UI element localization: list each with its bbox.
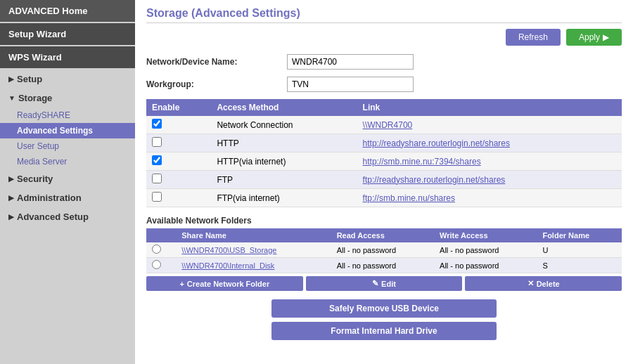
access-link-cell: \\WNDR4700 xyxy=(357,116,622,134)
access-method-cell: FTP xyxy=(211,171,357,189)
folder-name-cell: \\WNDR4700\USB_Storage xyxy=(176,242,331,258)
folder-name-link[interactable]: \\WNDR4700\USB_Storage xyxy=(181,246,276,254)
sidebar-item-user-setup[interactable]: User Setup xyxy=(0,138,135,154)
access-method-cell: HTTP xyxy=(211,134,357,152)
edit-pencil-icon: ✎ xyxy=(372,279,378,288)
workgroup-input[interactable] xyxy=(287,77,414,92)
folder-col-name: Share Name xyxy=(176,228,331,242)
sidebar-item-media-server[interactable]: Media Server xyxy=(0,154,135,169)
col-enable: Enable xyxy=(146,99,211,116)
create-folder-label: Create Network Folder xyxy=(187,280,269,288)
access-link-cell: ftp://smb.mine.nu/shares xyxy=(357,189,622,207)
access-link-cell: ftp://readyshare.routerlogin.net/shares xyxy=(357,171,622,189)
sidebar-item-readyshare[interactable]: ReadySHARE xyxy=(0,108,135,123)
admin-section-label: Administration xyxy=(17,193,82,203)
folder-col-read: Read Access xyxy=(331,228,434,242)
delete-x-icon: ✕ xyxy=(528,279,534,288)
create-folder-button[interactable]: + Create Network Folder xyxy=(146,276,303,291)
storage-section-label: Storage xyxy=(18,93,52,103)
col-link: Link xyxy=(357,99,622,116)
sidebar: ADVANCED Home Setup Wizard WPS Wizard ▶ … xyxy=(0,0,135,364)
access-link[interactable]: http://readyshare.routerlogin.net/shares xyxy=(363,138,510,148)
page-title: Storage (Advanced Settings) xyxy=(146,7,622,23)
sidebar-item-setup-wizard[interactable]: Setup Wizard xyxy=(0,23,135,45)
access-table-row: Network Connection\\WNDR4700 xyxy=(146,116,622,134)
access-enable-checkbox[interactable] xyxy=(152,137,162,147)
create-plus-icon: + xyxy=(179,280,184,288)
apply-button[interactable]: Apply ▶ xyxy=(566,29,622,46)
advanced-setup-arrow-icon: ▶ xyxy=(8,213,14,221)
folder-radio[interactable] xyxy=(152,260,161,269)
col-access-method: Access Method xyxy=(211,99,357,116)
access-table-row: FTP(via internet)ftp://smb.mine.nu/share… xyxy=(146,189,622,207)
access-link[interactable]: ftp://readyshare.routerlogin.net/shares xyxy=(363,175,506,185)
access-link[interactable]: \\WNDR4700 xyxy=(363,120,413,130)
folders-section-title: Available Network Folders xyxy=(146,216,622,226)
access-table-row: HTTP(via internet)http://smb.mine.nu:739… xyxy=(146,152,622,171)
sidebar-section-storage[interactable]: ▼ Storage xyxy=(0,89,135,108)
main-content: Storage (Advanced Settings) Refresh Appl… xyxy=(135,0,633,364)
sidebar-section-security[interactable]: ▶ Security xyxy=(0,169,135,188)
device-name-label: Network/Device Name: xyxy=(146,57,287,67)
delete-folder-button[interactable]: ✕ Delete xyxy=(465,276,622,291)
bottom-buttons: Safely Remove USB Device Format Internal… xyxy=(146,299,622,340)
access-enable-checkbox[interactable] xyxy=(152,155,162,165)
sidebar-section-setup[interactable]: ▶ Setup xyxy=(0,70,135,89)
folder-radio[interactable] xyxy=(152,245,161,254)
setup-arrow-icon: ▶ xyxy=(8,75,14,83)
folder-name-link[interactable]: \\WNDR4700\Internal_Disk xyxy=(181,261,274,270)
access-method-cell: Network Connection xyxy=(211,116,357,134)
access-enable-checkbox[interactable] xyxy=(152,119,162,129)
access-link-cell: http://smb.mine.nu:7394/shares xyxy=(357,152,622,171)
access-method-cell: HTTP(via internet) xyxy=(211,152,357,171)
access-link[interactable]: ftp://smb.mine.nu/shares xyxy=(363,193,455,203)
security-section-label: Security xyxy=(17,174,53,184)
admin-arrow-icon: ▶ xyxy=(8,194,14,202)
folder-col-folder: Folder Name xyxy=(537,228,622,242)
storage-arrow-icon: ▼ xyxy=(8,94,15,102)
device-name-input[interactable] xyxy=(287,54,414,70)
folders-table-row: \\WNDR4700\Internal_DiskAll - no passwor… xyxy=(146,258,622,273)
folder-read-cell: All - no password xyxy=(331,258,434,273)
access-table-row: FTPftp://readyshare.routerlogin.net/shar… xyxy=(146,171,622,189)
access-table: Enable Access Method Link Network Connec… xyxy=(146,99,622,207)
folder-write-cell: All - no password xyxy=(434,242,537,258)
access-method-cell: FTP(via internet) xyxy=(211,189,357,207)
folder-write-cell: All - no password xyxy=(434,258,537,273)
apply-label: Apply xyxy=(579,32,600,42)
folder-name-cell: \\WNDR4700\Internal_Disk xyxy=(176,258,331,273)
sidebar-item-advanced-home[interactable]: ADVANCED Home xyxy=(0,0,135,22)
access-link-cell: http://readyshare.routerlogin.net/shares xyxy=(357,134,622,152)
access-table-row: HTTPhttp://readyshare.routerlogin.net/sh… xyxy=(146,134,622,152)
folder-col-write: Write Access xyxy=(434,228,537,242)
folder-name-short-cell: S xyxy=(537,258,622,273)
access-enable-checkbox[interactable] xyxy=(152,174,162,183)
sidebar-item-wps-wizard[interactable]: WPS Wizard xyxy=(0,46,135,68)
setup-section-label: Setup xyxy=(17,74,42,84)
safely-remove-button[interactable]: Safely Remove USB Device xyxy=(271,299,497,318)
format-drive-button[interactable]: Format Internal Hard Drive xyxy=(271,322,497,340)
edit-folder-button[interactable]: ✎ Edit xyxy=(306,276,463,291)
apply-arrow-icon: ▶ xyxy=(603,32,609,42)
top-buttons: Refresh Apply ▶ xyxy=(146,29,622,46)
workgroup-label: Workgroup: xyxy=(146,79,287,89)
folder-actions: + Create Network Folder ✎ Edit ✕ Delete xyxy=(146,276,622,291)
edit-folder-label: Edit xyxy=(381,280,396,288)
sidebar-item-advanced-settings[interactable]: Advanced Settings xyxy=(0,123,135,138)
sidebar-section-advanced-setup[interactable]: ▶ Advanced Setup xyxy=(0,207,135,226)
advanced-setup-section-label: Advanced Setup xyxy=(17,212,89,222)
folder-name-short-cell: U xyxy=(537,242,622,258)
folders-table: Share Name Read Access Write Access Fold… xyxy=(146,228,622,273)
access-link[interactable]: http://smb.mine.nu:7394/shares xyxy=(363,157,481,167)
workgroup-row: Workgroup: xyxy=(146,77,622,92)
folders-table-row: \\WNDR4700\USB_StorageAll - no passwordA… xyxy=(146,242,622,258)
delete-folder-label: Delete xyxy=(537,280,560,288)
security-arrow-icon: ▶ xyxy=(8,175,14,183)
access-enable-checkbox[interactable] xyxy=(152,192,162,202)
sidebar-section-administration[interactable]: ▶ Administration xyxy=(0,188,135,207)
device-name-row: Network/Device Name: xyxy=(146,54,622,70)
folder-read-cell: All - no password xyxy=(331,242,434,258)
folder-col-select xyxy=(146,228,176,242)
refresh-button[interactable]: Refresh xyxy=(506,29,561,46)
